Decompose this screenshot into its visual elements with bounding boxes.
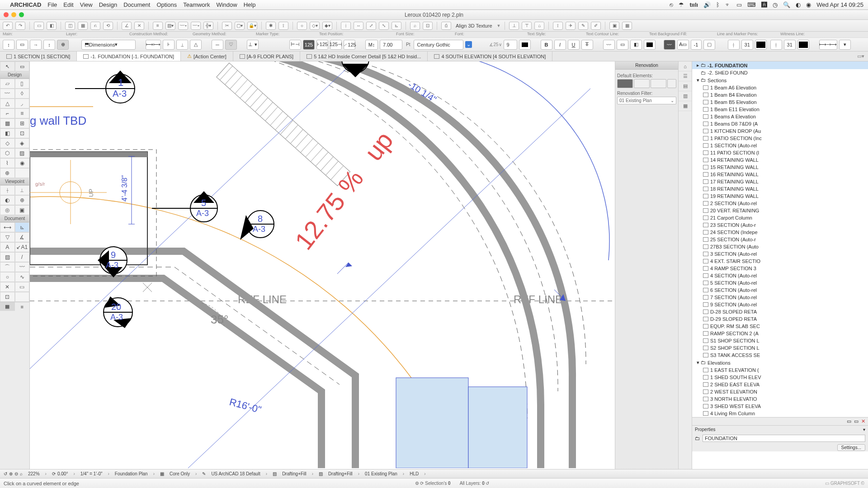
- t-window[interactable]: ⊡: [15, 128, 30, 138]
- gm-1[interactable]: ─: [212, 40, 223, 50]
- nav-btn-1[interactable]: ▭: [847, 418, 851, 424]
- sb-rot-icon[interactable]: ⟳: [52, 471, 56, 476]
- d-arc[interactable]: ⌒: [0, 262, 15, 272]
- d-ang[interactable]: ∡: [15, 232, 30, 242]
- navigator-tree[interactable]: ▸ 🗀 -1. FOUNDATION 🗀 -2. SHED FOUND ▾ 🗀 …: [692, 61, 868, 469]
- underline-button[interactable]: U: [568, 40, 580, 50]
- statusicon-umbrella[interactable]: ☂: [679, 1, 684, 8]
- tb-i1[interactable]: ▭: [34, 22, 44, 30]
- tb-x1[interactable]: ✱: [266, 22, 276, 30]
- t-zone[interactable]: ▨: [15, 148, 30, 158]
- group-viewpoint[interactable]: Viewpoint: [0, 178, 29, 185]
- tb-x3[interactable]: ⟐: [297, 22, 307, 30]
- d-fig[interactable]: ▭: [15, 282, 30, 292]
- nav-section-item[interactable]: S3 TANK ACCESS SE: [692, 352, 868, 359]
- marquee-tool[interactable]: ▭: [15, 61, 30, 71]
- menu-design[interactable]: Design: [99, 1, 117, 8]
- tp-2[interactable]: 125: [303, 40, 315, 50]
- font-size-input[interactable]: 7.00: [380, 40, 402, 50]
- sb-i3[interactable]: ⊖: [14, 471, 18, 476]
- v-ie[interactable]: ◐: [0, 195, 15, 205]
- v-cam[interactable]: ▣: [15, 205, 30, 215]
- nav-section-item[interactable]: 4 EXT. STAIR SECTIO: [692, 258, 868, 265]
- tb-r2[interactable]: ⊤: [522, 22, 532, 30]
- statusicon-search[interactable]: 🔍: [783, 1, 790, 8]
- info-arrow[interactable]: ↕: [3, 40, 14, 50]
- toolbox-mode-grid[interactable]: ▦: [0, 302, 15, 311]
- d-fill[interactable]: ▨: [0, 252, 15, 262]
- t-mesh[interactable]: ⌇: [0, 158, 15, 168]
- fs-unit-icon[interactable]: M↕: [365, 40, 378, 50]
- d-rdim[interactable]: ⊾: [15, 222, 30, 232]
- nav-tree-icon[interactable]: ☰: [679, 71, 692, 81]
- tb-i7[interactable]: ∠: [122, 22, 132, 30]
- nav-section-item[interactable]: 1 KITCHEN DROP (Au: [692, 127, 868, 135]
- nav-section-item[interactable]: 25 SECTION (Auto-r: [692, 236, 868, 243]
- tb-r7[interactable]: ✐: [591, 22, 601, 30]
- t-roof[interactable]: △: [0, 99, 15, 108]
- sb-i2[interactable]: ⊕: [9, 471, 13, 476]
- t-wall[interactable]: ▱: [0, 79, 15, 89]
- statusicon-k2[interactable]: 🅰: [761, 1, 767, 8]
- contour-2[interactable]: ▭: [617, 40, 628, 50]
- v-sec[interactable]: ⟊: [0, 185, 15, 195]
- tb-i5[interactable]: ⎌: [90, 22, 100, 30]
- statusicon-1[interactable]: ⎋: [670, 1, 673, 8]
- tb-m1[interactable]: ⟊: [341, 22, 351, 30]
- statusicon-battery[interactable]: ▭: [736, 1, 742, 8]
- t-morph[interactable]: ◉: [15, 158, 30, 168]
- t-rail[interactable]: ≡: [15, 108, 30, 118]
- nav-section-item[interactable]: 17 RETAINING WALL: [692, 178, 868, 185]
- tb-i6[interactable]: ⟲: [103, 22, 113, 30]
- tb-m2[interactable]: ↔: [354, 22, 363, 30]
- tb-lines[interactable]: ≡: [153, 22, 163, 30]
- info-cursor[interactable]: ▭: [16, 40, 28, 50]
- prop-value[interactable]: FOUNDATION: [703, 435, 865, 442]
- menu-help[interactable]: Help: [244, 1, 256, 8]
- tp-1[interactable]: ⊢⊣: [289, 40, 301, 50]
- tb-m5[interactable]: ⊾: [392, 22, 401, 30]
- tab-foundation[interactable]: -1. FOUNDATION [-1. FOUNDATION]: [77, 52, 181, 61]
- statusicon-bt[interactable]: ᛒ: [716, 1, 720, 8]
- contour-3[interactable]: ◧: [630, 40, 642, 50]
- nav-section-item[interactable]: RAMP SECTION 2 (A: [692, 330, 868, 337]
- t-x[interactable]: ⊕: [0, 168, 15, 178]
- pen2-color[interactable]: [797, 40, 809, 50]
- nav-section-item[interactable]: 20 VERT. RETAINING: [692, 207, 868, 214]
- d-text[interactable]: A: [0, 242, 15, 252]
- tabs-menu[interactable]: ▭▾: [854, 53, 868, 59]
- nav-elevation-item[interactable]: 2 WEST ELEVATION: [692, 388, 868, 395]
- tb-r8[interactable]: ▣: [609, 22, 619, 30]
- app-name[interactable]: ARCHICAD: [10, 1, 41, 8]
- tb-cut[interactable]: ✂: [222, 22, 232, 30]
- close-icon[interactable]: [4, 12, 9, 17]
- t-slab[interactable]: ◊: [15, 89, 30, 99]
- nav-section-item[interactable]: 27B3 SECTION (Auto: [692, 243, 868, 250]
- tb-i3[interactable]: ◫: [65, 22, 75, 30]
- tab-action-center[interactable]: ⚠[Action Center]: [181, 52, 233, 61]
- info-i5[interactable]: ⊕: [57, 40, 69, 50]
- tb-i2[interactable]: ◧: [47, 22, 57, 30]
- d-lbl[interactable]: ↙A1: [15, 242, 30, 252]
- d-circ[interactable]: ○: [0, 272, 15, 282]
- nav-section-item[interactable]: 24 SECTION (Indepe: [692, 229, 868, 236]
- tb-fill[interactable]: ▨▾: [165, 22, 175, 30]
- cm-3[interactable]: ⟂: [176, 40, 188, 50]
- nav-home-icon[interactable]: ⌂: [679, 61, 692, 71]
- tab-section[interactable]: 1 SECTION [1 SECTION]: [0, 52, 77, 61]
- nav-section-item[interactable]: S2 SHOP SECTION L: [692, 344, 868, 352]
- pen1-input[interactable]: 31: [741, 40, 753, 50]
- nav-section-item[interactable]: 1 Beam B4 Elevation: [692, 91, 868, 99]
- nav-section-item[interactable]: 1 PATIO SECTION (Inc: [692, 135, 868, 142]
- menu-file[interactable]: File: [47, 1, 57, 8]
- nav-section-item[interactable]: 1 Beams A Elevation: [692, 113, 868, 120]
- nav-section-item[interactable]: 23 SECTION (Auto-r: [692, 221, 868, 229]
- bg-2[interactable]: A▭: [677, 40, 689, 50]
- tb-x4[interactable]: ◇▾: [310, 22, 320, 30]
- contour-1[interactable]: 〰: [603, 40, 615, 50]
- nav-section-item[interactable]: 18 RETAINING WALL: [692, 185, 868, 192]
- pen2-input[interactable]: 31: [784, 40, 796, 50]
- nav-section-item[interactable]: 11 PATIO SECTION (I: [692, 149, 868, 156]
- font-select[interactable]: Century Gothic: [414, 40, 463, 50]
- v-det[interactable]: ◎: [0, 205, 15, 215]
